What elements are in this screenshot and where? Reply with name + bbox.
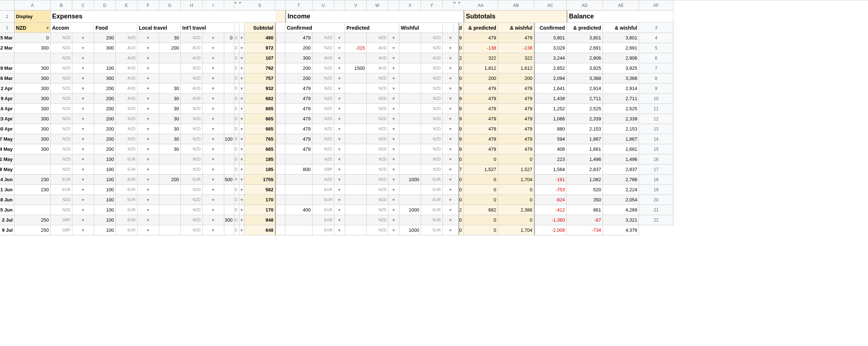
row-header-2[interactable]: 2 bbox=[0, 23, 14, 33]
date-cell[interactable]: 7 May bbox=[0, 134, 14, 144]
income-predicted-value[interactable] bbox=[345, 165, 367, 175]
income-wishful-currency-dropdown[interactable]: ▾ bbox=[443, 205, 459, 215]
intl-travel-currency-dropdown[interactable]: ▾ bbox=[239, 225, 244, 235]
col-header-I[interactable]: I bbox=[203, 0, 224, 10]
intl-travel-value[interactable] bbox=[224, 104, 234, 114]
local-travel-currency-dropdown[interactable]: ▾ bbox=[203, 175, 224, 185]
income-confirmed-currency-dropdown[interactable]: ▾ bbox=[334, 63, 345, 73]
accom-currency-dropdown[interactable]: ▾ bbox=[72, 185, 94, 195]
food-value[interactable]: 200 bbox=[94, 104, 116, 114]
food-value[interactable]: 100 bbox=[94, 165, 116, 175]
income-predicted-value[interactable] bbox=[345, 195, 367, 205]
row-header-3[interactable]: 3 bbox=[639, 23, 673, 33]
intl-travel-currency-dropdown[interactable]: ▾ bbox=[239, 63, 244, 73]
intl-travel-currency-dropdown[interactable]: ▾ bbox=[239, 73, 244, 84]
col-header-V[interactable]: V bbox=[345, 0, 367, 10]
income-wishful-value[interactable] bbox=[399, 215, 421, 225]
income-predicted-value[interactable] bbox=[345, 84, 367, 94]
local-travel-currency-dropdown[interactable]: ▾ bbox=[203, 33, 224, 43]
income-confirmed-value[interactable] bbox=[285, 215, 312, 225]
col-header-D[interactable]: D bbox=[94, 0, 116, 10]
local-travel-value[interactable]: 200 bbox=[159, 175, 181, 185]
row-header-20[interactable]: 20 bbox=[639, 195, 673, 205]
food-value[interactable]: 200 bbox=[94, 124, 116, 134]
col-header-Y[interactable]: Y bbox=[421, 0, 443, 10]
income-confirmed-currency-dropdown[interactable]: ▾ bbox=[334, 165, 345, 175]
col-header-B[interactable]: B bbox=[51, 0, 72, 10]
accom-value[interactable]: 300 bbox=[14, 144, 51, 154]
income-confirmed-value[interactable]: 479 bbox=[285, 94, 312, 104]
accom-value[interactable]: 250 bbox=[14, 225, 51, 235]
income-confirmed-currency-dropdown[interactable]: ▾ bbox=[334, 114, 345, 124]
income-wishful-currency-dropdown[interactable]: ▾ bbox=[443, 175, 459, 185]
food-currency-dropdown[interactable]: ▾ bbox=[137, 124, 159, 134]
date-cell[interactable]: 19 Mar bbox=[0, 63, 14, 73]
income-wishful-currency-dropdown[interactable]: ▾ bbox=[443, 104, 459, 114]
income-confirmed-value[interactable]: 479 bbox=[285, 134, 312, 144]
accom-value[interactable] bbox=[14, 154, 51, 165]
intl-travel-value[interactable] bbox=[224, 124, 234, 134]
local-travel-value[interactable]: 30 bbox=[159, 94, 181, 104]
row-header-10[interactable]: 10 bbox=[639, 94, 673, 104]
intl-travel-value[interactable]: 300 bbox=[224, 215, 234, 225]
date-cell[interactable]: 30 Apr bbox=[0, 124, 14, 134]
row-header-14[interactable]: 14 bbox=[639, 134, 673, 144]
row-header-21[interactable]: 21 bbox=[639, 205, 673, 215]
local-travel-value[interactable]: 30 bbox=[159, 144, 181, 154]
intl-travel-currency-dropdown[interactable]: ▾ bbox=[239, 94, 244, 104]
income-predicted-currency-dropdown[interactable]: ▾ bbox=[388, 43, 399, 53]
income-wishful-currency-dropdown[interactable]: ▾ bbox=[443, 84, 459, 94]
intl-travel-currency-dropdown[interactable]: ▾ bbox=[239, 154, 244, 165]
food-currency-dropdown[interactable]: ▾ bbox=[137, 94, 159, 104]
food-value[interactable]: 300 bbox=[94, 43, 116, 53]
income-confirmed-currency-dropdown[interactable]: ▾ bbox=[334, 53, 345, 63]
intl-travel-value[interactable] bbox=[224, 154, 234, 165]
row-header-13[interactable]: 13 bbox=[639, 124, 673, 134]
col-header-U[interactable]: U bbox=[312, 0, 334, 10]
income-confirmed-value[interactable]: 200 bbox=[285, 43, 312, 53]
local-travel-value[interactable] bbox=[159, 195, 181, 205]
local-travel-value[interactable]: 30 bbox=[159, 84, 181, 94]
col-header-F[interactable]: F bbox=[137, 0, 159, 10]
income-confirmed-currency-dropdown[interactable]: ▾ bbox=[334, 154, 345, 165]
date-cell[interactable]: 9 Apr bbox=[0, 94, 14, 104]
intl-travel-currency-dropdown[interactable]: ▾ bbox=[239, 134, 244, 144]
local-travel-currency-dropdown[interactable]: ▾ bbox=[203, 165, 224, 175]
date-cell[interactable]: 21 May bbox=[0, 154, 14, 165]
income-wishful-value[interactable]: 1000 bbox=[399, 205, 421, 215]
income-wishful-value[interactable] bbox=[399, 43, 421, 53]
food-value[interactable]: 100 bbox=[94, 154, 116, 165]
accom-currency-dropdown[interactable]: ▾ bbox=[72, 195, 94, 205]
food-currency-dropdown[interactable]: ▾ bbox=[137, 165, 159, 175]
income-wishful-value[interactable] bbox=[399, 104, 421, 114]
accom-value[interactable] bbox=[14, 205, 51, 215]
col-header-AE[interactable]: AE bbox=[603, 0, 639, 10]
income-confirmed-value[interactable]: 200 bbox=[285, 63, 312, 73]
income-predicted-value[interactable] bbox=[345, 225, 367, 235]
row-header-11[interactable]: 11 bbox=[639, 104, 673, 114]
intl-travel-currency-dropdown[interactable]: ▾ bbox=[239, 175, 244, 185]
income-predicted-value[interactable] bbox=[345, 73, 367, 84]
col-header-AD[interactable]: AD bbox=[567, 0, 603, 10]
income-wishful-value[interactable] bbox=[399, 185, 421, 195]
income-wishful-currency-dropdown[interactable]: ▾ bbox=[443, 165, 459, 175]
intl-travel-currency-dropdown[interactable]: ▾ bbox=[239, 43, 244, 53]
income-predicted-currency-dropdown[interactable]: ▾ bbox=[388, 104, 399, 114]
intl-travel-value[interactable] bbox=[224, 63, 234, 73]
intl-travel-currency-dropdown[interactable]: ▾ bbox=[239, 185, 244, 195]
display-currency-dropdown[interactable]: NZD▾ bbox=[14, 23, 51, 33]
income-wishful-currency-dropdown[interactable]: ▾ bbox=[443, 53, 459, 63]
intl-travel-value[interactable] bbox=[224, 114, 234, 124]
food-value[interactable]: 200 bbox=[94, 33, 116, 43]
accom-currency-dropdown[interactable]: ▾ bbox=[72, 205, 94, 215]
food-value[interactable]: 100 bbox=[94, 215, 116, 225]
income-confirmed-currency-dropdown[interactable]: ▾ bbox=[334, 225, 345, 235]
local-travel-currency-dropdown[interactable]: ▾ bbox=[203, 114, 224, 124]
local-travel-value[interactable] bbox=[159, 205, 181, 215]
income-confirmed-currency-dropdown[interactable]: ▾ bbox=[334, 185, 345, 195]
local-travel-value[interactable] bbox=[159, 165, 181, 175]
income-wishful-value[interactable] bbox=[399, 134, 421, 144]
income-confirmed-value[interactable] bbox=[285, 175, 312, 185]
income-wishful-value[interactable] bbox=[399, 144, 421, 154]
income-confirmed-value[interactable] bbox=[285, 154, 312, 165]
